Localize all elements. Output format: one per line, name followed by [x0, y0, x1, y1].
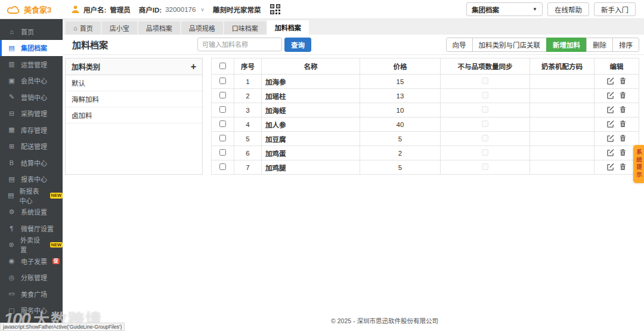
- sidebar-item-电子发票[interactable]: ◉电子发票促: [0, 253, 63, 270]
- delete-icon[interactable]: [619, 106, 627, 115]
- sidebar-item-美食广场[interactable]: ▭美食广场: [0, 286, 63, 302]
- tab-加料档案[interactable]: 加料档案: [267, 20, 309, 35]
- sidebar-item-采购管理[interactable]: ⊟采购管理: [0, 106, 63, 122]
- row-checkbox[interactable]: [219, 163, 226, 170]
- sync-cell: [441, 75, 530, 89]
- row-index-cell: 6: [234, 146, 262, 160]
- recipe-code-cell: [530, 75, 595, 89]
- col-edit: 编辑: [595, 58, 639, 75]
- row-index-cell: 1: [234, 75, 262, 89]
- recipe-code-cell: [530, 89, 595, 103]
- tab-首页[interactable]: ⌂首页: [66, 21, 101, 35]
- search-input[interactable]: [197, 38, 282, 51]
- sidebar-item-营销中心[interactable]: ✎营销中心: [0, 89, 63, 106]
- table-row: 1加海参15: [212, 75, 639, 89]
- add-topping-button[interactable]: 新增加料: [546, 38, 587, 52]
- qr-code-icon[interactable]: [270, 4, 280, 14]
- merchant-id-value: 32000176: [165, 6, 196, 13]
- delivery-icon: ⊞: [8, 143, 16, 150]
- row-index-cell: 7: [234, 160, 262, 175]
- app-logo[interactable]: 美食家3: [0, 4, 63, 15]
- wizard-button[interactable]: 向导: [446, 38, 473, 52]
- col-name: 名称: [262, 58, 360, 75]
- delete-icon[interactable]: [619, 120, 627, 129]
- edit-icon[interactable]: [607, 134, 615, 143]
- sidebar-item-label: 美食广场: [21, 289, 47, 299]
- edit-icon[interactable]: [607, 106, 615, 115]
- sidebar-item-报表中心[interactable]: ▤报表中心: [0, 171, 63, 188]
- member-card-icon: ▣: [8, 77, 16, 85]
- sidebar-item-label: 采购管理: [21, 109, 47, 118]
- delete-icon[interactable]: [619, 134, 627, 143]
- row-select-cell: [212, 103, 234, 117]
- edit-icon[interactable]: [607, 77, 615, 86]
- username-value: 管理员: [110, 5, 131, 14]
- delete-icon[interactable]: [619, 163, 627, 172]
- sidebar-item-运营管理[interactable]: ▥运营管理: [0, 56, 63, 73]
- sidebar-item-集团档案[interactable]: ▤集团档案: [0, 40, 63, 57]
- add-category-icon[interactable]: +: [191, 62, 196, 72]
- split-account-icon: ◎: [8, 274, 16, 281]
- select-all-checkbox[interactable]: [219, 63, 226, 69]
- chevron-down-icon[interactable]: ∨: [200, 7, 205, 13]
- category-item-默认[interactable]: 默认: [66, 75, 202, 91]
- delete-icon[interactable]: [619, 149, 627, 157]
- edit-cell: [595, 146, 639, 160]
- delete-icon[interactable]: [619, 91, 627, 100]
- toolbar-actions: 向导 加料类别与门店关联 新增加料 删除 排序: [447, 38, 640, 52]
- tab-口味档案[interactable]: 口味档案: [224, 21, 266, 35]
- marketing-pencil-icon: ✎: [8, 93, 16, 101]
- recipe-code-cell: [530, 146, 595, 160]
- row-checkbox[interactable]: [219, 135, 226, 141]
- row-checkbox[interactable]: [219, 149, 226, 156]
- edit-icon[interactable]: [607, 91, 615, 100]
- tab-品项规格[interactable]: 品项规格: [181, 21, 223, 35]
- price-cell: 2: [360, 146, 441, 160]
- system-tips-tab[interactable]: 系统提示: [633, 145, 644, 183]
- sync-checkbox: [482, 135, 488, 141]
- sidebar-item-系统设置[interactable]: ⚙系统设置: [0, 204, 63, 221]
- sidebar-item-分账管理[interactable]: ◎分账管理: [0, 270, 63, 286]
- group-archive-select[interactable]: 集团档案 ▼: [466, 2, 543, 16]
- row-checkbox[interactable]: [219, 120, 226, 127]
- search-button[interactable]: 查询: [284, 38, 311, 52]
- sidebar-item-配送管理[interactable]: ⊞配送管理: [0, 138, 63, 155]
- delete-button[interactable]: 删除: [586, 38, 613, 52]
- recipe-code-cell: [530, 132, 595, 146]
- edit-icon[interactable]: [607, 120, 615, 129]
- edit-icon[interactable]: [607, 163, 615, 172]
- category-store-link-button[interactable]: 加料类别与门店关联: [472, 38, 547, 52]
- sidebar-item-服务中心[interactable]: ▢服务中心: [0, 302, 63, 319]
- category-item-海鲜加料[interactable]: 海鲜加料: [66, 91, 202, 107]
- sidebar-item-新报表中心[interactable]: ▤新报表中心NEW: [0, 187, 63, 204]
- topping-name-cell: 加海参: [262, 75, 360, 89]
- online-help-button[interactable]: 在线帮助: [547, 2, 589, 16]
- tab-品项档案[interactable]: 品项档案: [138, 21, 180, 35]
- sidebar-item-库存管理[interactable]: ▦库存管理: [0, 122, 63, 138]
- tab-bar: ⌂首页店小宝品项档案品项规格口味档案加料档案: [63, 19, 644, 35]
- sidebar-item-会员中心[interactable]: ▣会员中心: [0, 73, 63, 89]
- main-content: 加料档案 查询 向导 加料类别与门店关联 新增加料 删除 排序 加料类别 + 默…: [63, 35, 644, 331]
- beginner-guide-button[interactable]: 新手入门: [594, 2, 636, 16]
- category-item-卤加料[interactable]: 卤加料: [66, 107, 202, 123]
- tab-店小宝[interactable]: 店小宝: [102, 21, 137, 35]
- sidebar-item-label: 服务中心: [21, 305, 47, 315]
- row-checkbox[interactable]: [219, 92, 226, 98]
- category-panel-title: 加料类别: [72, 61, 100, 72]
- badge-NEW: NEW: [50, 242, 63, 248]
- sort-button[interactable]: 排序: [612, 38, 639, 52]
- sidebar-item-外卖设置[interactable]: ⊛外卖设置NEW: [0, 237, 63, 253]
- sync-cell: [441, 117, 530, 132]
- sidebar-item-结算中心[interactable]: B结算中心: [0, 154, 63, 171]
- edit-cell: [595, 132, 639, 146]
- merchant-id-label: 商户ID:: [139, 5, 162, 14]
- sidebar-item-首页[interactable]: ⌂首页: [0, 23, 63, 40]
- sidebar-item-微餐厅设置[interactable]: ¶微餐厅设置: [0, 220, 63, 237]
- row-checkbox[interactable]: [219, 106, 226, 113]
- sidebar-item-label: 分账管理: [21, 273, 47, 282]
- row-checkbox[interactable]: [219, 78, 226, 84]
- delete-icon[interactable]: [619, 77, 627, 86]
- edit-cell: [595, 103, 639, 117]
- edit-icon[interactable]: [607, 149, 615, 157]
- home-icon: ⌂: [73, 24, 78, 32]
